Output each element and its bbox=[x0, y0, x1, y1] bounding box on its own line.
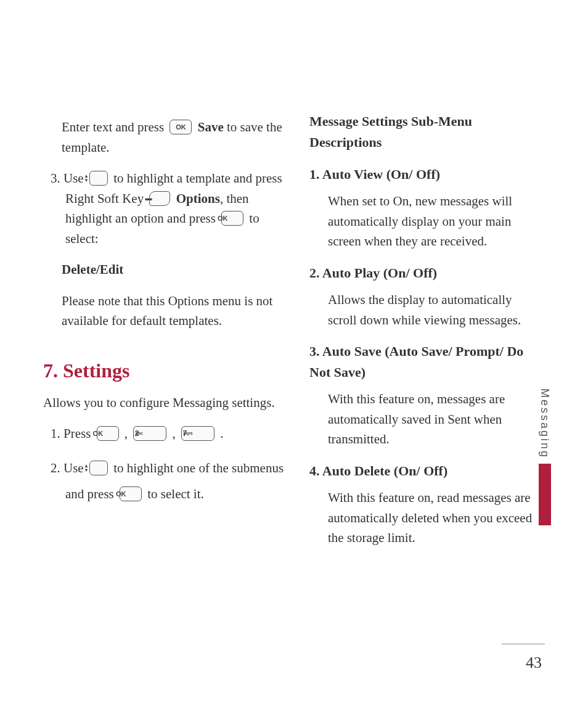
item-3-title: 3. Auto Save (Auto Save/ Prompt/ Do Not … bbox=[309, 341, 533, 383]
item-1-title: 1. Auto View (On/ Off) bbox=[309, 164, 533, 185]
options-note: Please note that this Options menu is no… bbox=[62, 291, 285, 331]
comma: , bbox=[169, 426, 179, 441]
ok-key-icon: OK bbox=[169, 120, 192, 134]
key-7pqrs-icon: 7pqrs bbox=[181, 426, 214, 441]
text: to select it. bbox=[147, 486, 204, 501]
para-save-template: Enter text and press OK Save to save the… bbox=[62, 117, 285, 157]
item-2-body: Allows the display to automatically scro… bbox=[309, 290, 533, 330]
step-number: 2. bbox=[51, 461, 63, 475]
settings-intro: Allows you to configure Messaging settin… bbox=[43, 393, 285, 413]
ok-key-icon: OK bbox=[97, 426, 119, 441]
item-3-body: With this feature on, messages are autom… bbox=[309, 389, 533, 449]
key-2abc-icon: 2abc bbox=[133, 426, 166, 441]
item-1-body: When set to On, new messages will automa… bbox=[309, 191, 533, 252]
step-number: 1. bbox=[51, 426, 63, 441]
step-3: 3. Use ▲ ▼ to highlight a template and p… bbox=[51, 168, 285, 248]
ok-key-icon: OK bbox=[120, 486, 142, 501]
period: . bbox=[217, 426, 224, 441]
nav-key-icon: ▲ ▼ bbox=[89, 171, 108, 186]
step-number: 3. bbox=[51, 171, 63, 186]
item-2-title: 2. Auto Play (On/ Off) bbox=[309, 263, 533, 284]
thumb-bar bbox=[539, 464, 551, 525]
text: Enter text and press bbox=[62, 120, 167, 134]
nav-key-icon: ▲ ▼ bbox=[89, 461, 108, 475]
section-7-settings-title: 7. Settings bbox=[43, 356, 285, 387]
delete-edit-heading: Delete/Edit bbox=[62, 260, 285, 280]
comma: , bbox=[121, 426, 131, 441]
options-label: Options bbox=[176, 191, 220, 206]
item-4-body: With this feature on, read messages are … bbox=[309, 488, 533, 548]
item-4-title: 4. Auto Delete (On/ Off) bbox=[309, 461, 533, 482]
save-label: Save bbox=[198, 120, 224, 134]
ok-key-icon: OK bbox=[221, 211, 243, 226]
submenu-heading: Message Settings Sub-Menu Descriptions bbox=[309, 111, 533, 153]
thumb-label: Messaging bbox=[538, 388, 551, 459]
page-rule bbox=[502, 644, 545, 644]
section-thumb-tab: Messaging bbox=[538, 388, 551, 525]
settings-step-1: 1. Press OK , 2abc , 7pqrs . bbox=[51, 424, 285, 444]
settings-step-2: 2. Use ▲ ▼ to highlight one of the subme… bbox=[51, 455, 285, 507]
text: Press bbox=[63, 426, 94, 441]
softkey-icon: ▬ bbox=[149, 191, 170, 206]
page-number: 43 bbox=[526, 654, 542, 672]
